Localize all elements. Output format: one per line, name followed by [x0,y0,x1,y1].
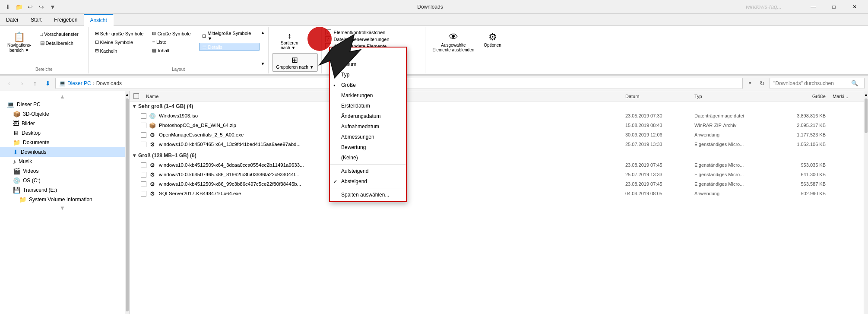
file-checkbox[interactable] [141,181,146,187]
extra-large-icons-button[interactable]: ⊞Sehr große Symbole [92,29,147,38]
sidebar-item-3d-objekte[interactable]: 📦 3D-Objekte [0,109,125,119]
minimize-button[interactable]: — [803,0,823,14]
sidebar-scroll-up[interactable]: ▲ [0,93,125,100]
menu-item-aufnahmedatum[interactable]: Aufnahmedatum [330,121,406,132]
file-checkbox[interactable] [141,142,146,147]
menu-item-keine[interactable]: (Keine) [330,152,406,163]
file-row[interactable]: ⚙ windows10.0-kb4512509-x64_3dcaa0cca055… [130,160,864,170]
file-checkbox[interactable] [141,172,146,178]
sidebar-item-transcend[interactable]: 💾 Transcend (E:) [0,185,125,195]
file-date: 23.08.2019 07:45 [622,181,691,187]
hide-selected-button[interactable]: 👁 AusgewählteElemente ausblenden [429,29,478,54]
sidebar-item-dokumente[interactable]: 📁 Dokumente [0,138,125,147]
menu-item-abmessungen[interactable]: Abmessungen [330,132,406,142]
sidebar-item-bilder[interactable]: 🖼 Bilder [0,119,125,128]
save-icon[interactable]: ⬇ [3,3,12,11]
back-button[interactable]: ‹ [3,78,15,89]
group-header-large[interactable]: ▾ Groß (128 MB–1 GB) (6) [130,151,864,160]
close-button[interactable]: ✕ [845,0,865,14]
file-checkbox[interactable] [141,113,146,119]
menu-item-spalten[interactable]: Spalten auswählen... [330,190,406,200]
column-headers: Name Datum Typ Größe Marki... [130,91,864,101]
col-type-header[interactable]: Typ [691,94,777,99]
preview-pane-button[interactable]: □Vorschaufenster [37,30,85,38]
menu-item-absteigend[interactable]: Absteigend [330,176,406,187]
downloads-icon: ⬇ [13,149,18,155]
file-scrollbar-down[interactable]: ▼ [864,312,868,314]
refresh-button[interactable]: ↻ [757,78,768,89]
sidebar-item-downloads[interactable]: ⬇ Downloads [0,147,125,157]
redo-icon[interactable]: ↪ [37,3,46,11]
dropdown-address-button[interactable]: ▾ [744,78,756,89]
menu-divider-2 [330,188,406,188]
sidebar-item-videos[interactable]: 🎬 Videos [0,166,125,176]
options-button[interactable]: ⚙ Optionen [480,29,505,50]
menu-item-erstelldatum[interactable]: Erstelldatum [330,101,406,111]
file-type: Datenträgerimage datei [691,113,777,118]
tiles-button[interactable]: ⊟Kacheln [92,47,147,55]
tab-freigeben[interactable]: Freigeben [48,14,84,25]
watermark: windows-faq... [746,3,782,10]
group-header-very-large[interactable]: ▾ Sehr groß (1–4 GB) (4) [130,101,864,111]
file-row[interactable]: ⚙ windows10.0-kb4507465-x64_13c9fd41bed4… [130,140,864,149]
sidebar-scrollbar-down[interactable]: ▼ [125,312,129,314]
file-type: WinRAR-ZIP-Archiv [691,123,777,128]
dropdown-icon[interactable]: ▼ [48,3,57,11]
file-type: Eigenständiges Micro... [691,162,777,168]
large-icons-button[interactable]: ⊠Große Symbole [149,29,196,38]
sidebar-item-musik[interactable]: ♪ Musik [0,157,125,166]
tab-ansicht[interactable]: Ansicht [84,14,113,26]
file-row[interactable]: ⚙ OpenManageEssentials_2_5_A00.exe 30.09… [130,130,864,140]
file-checkbox[interactable] [141,162,146,168]
file-checkbox[interactable] [141,191,146,197]
tab-start[interactable]: Start [25,14,48,25]
file-checkbox[interactable] [141,132,146,138]
search-icon[interactable]: 🔍 [851,80,858,86]
detail-pane-button[interactable]: ▤Detailbereich [37,39,85,47]
file-row[interactable]: ⚙ SQLServer2017-KB4484710-x64.exe 04.04.… [130,189,864,198]
sidebar-scrollbar-up[interactable]: ▲ [125,91,129,98]
layout-scroll-up[interactable]: ▲ [260,30,265,35]
up-button[interactable]: ↑ [29,78,41,89]
small-icons-button[interactable]: ⊡Kleine Symbole [92,38,147,46]
file-scrollbar-up[interactable]: ▲ [864,91,868,98]
col-mark-header[interactable]: Marki... [829,94,864,99]
file-row[interactable]: 📦 PhotoshopCC_de_DE_WIN_64.zip 15.08.201… [130,121,864,130]
file-scrollbar-thumb[interactable] [865,98,868,133]
search-input[interactable] [773,80,851,86]
file-checkbox[interactable] [141,123,146,128]
forward-button[interactable]: › [16,78,28,89]
content-button[interactable]: ▤Inhalt [149,46,196,54]
menu-item-aufsteigend[interactable]: Aufsteigend [330,166,406,176]
address-dieser-pc[interactable]: Dieser PC [67,80,91,86]
sidebar-item-dieser-pc[interactable]: 💻 Dieser PC [0,100,125,109]
navigation-pane-button[interactable]: 📋 Navigations-bereich ▼ [3,29,35,55]
list-button[interactable]: ≡Liste [149,38,196,46]
col-date-header[interactable]: Datum [622,94,691,99]
file-type: Eigenständiges Micro... [691,172,777,177]
sidebar-item-desktop[interactable]: 🖥 Desktop [0,128,125,138]
sidebar-scrollbar-thumb[interactable] [126,98,129,311]
sidebar-item-os-c[interactable]: 💿 OS (C:) [0,176,125,185]
layout-scroll-down[interactable]: ▼ [260,61,265,66]
file-row[interactable]: ⚙ windows10.0-kb4512509-x86_99c3b86c497c… [130,179,864,189]
undo-icon[interactable]: ↩ [26,3,35,11]
file-row[interactable]: 💿 Windows1903.iso 23.05.2019 07:30 Daten… [130,111,864,121]
medium-icons-button[interactable]: ⊡Mittelgroße Symbole ▼ [199,29,260,42]
menu-item-markierungen[interactable]: Markierungen [330,90,406,101]
maximize-button[interactable]: □ [824,0,844,14]
details-button[interactable]: ☰Details [199,43,260,51]
menu-item-bewertung[interactable]: Bewertung [330,142,406,152]
sidebar-item-system-volume[interactable]: 📁 System Volume Information [0,195,125,204]
tab-datei[interactable]: Datei [0,14,25,25]
os-c-icon: 💿 [13,177,20,184]
file-date: 04.04.2019 08:05 [622,191,691,196]
down-arrow-button[interactable]: ⬇ [42,78,54,89]
address-downloads[interactable]: Downloads [96,80,122,86]
select-all-checkbox[interactable] [133,93,139,99]
file-type: Anwendung [691,191,777,196]
file-row[interactable]: ⚙ windows10.0-kb4507465-x86_81992fb3fb03… [130,170,864,179]
col-size-header[interactable]: Größe [777,94,829,99]
sidebar-scroll-down[interactable]: ▼ [0,204,125,211]
menu-item-anderungsdatum[interactable]: Änderungsdatum [330,111,406,121]
